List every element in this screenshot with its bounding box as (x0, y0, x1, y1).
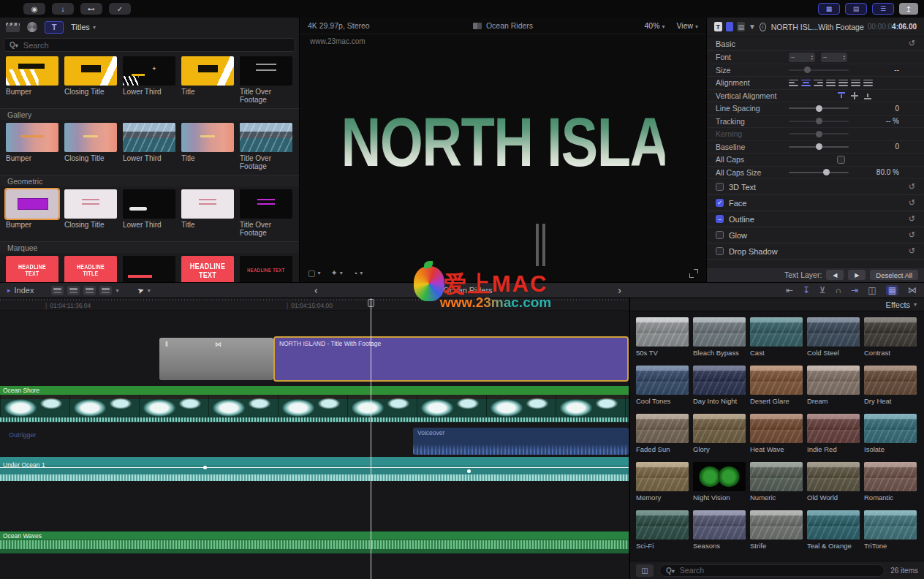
insert-edit-icon[interactable]: ⊻ (819, 285, 826, 295)
effect-item[interactable]: Indie Red (807, 414, 860, 443)
slider-knob[interactable] (804, 67, 811, 73)
clip-appearance-1-button[interactable] (51, 286, 64, 295)
align-justify-4-icon[interactable] (863, 80, 873, 86)
titles-item-thumbnail[interactable] (123, 56, 175, 86)
slider-knob[interactable] (823, 169, 830, 175)
titles-item-thumbnail[interactable] (6, 123, 58, 152)
effect-item[interactable]: Dream (807, 366, 860, 395)
share-button[interactable]: ↥ (899, 3, 918, 15)
slider-track[interactable] (789, 133, 849, 135)
effect-thumbnail[interactable] (750, 317, 803, 347)
titles-item[interactable]: Lower Third (123, 123, 175, 170)
effect-item[interactable]: Cast (750, 317, 803, 347)
align-center-icon[interactable] (801, 80, 811, 86)
effect-item[interactable]: 50s TV (636, 317, 689, 347)
valign-middle-icon[interactable] (850, 92, 859, 99)
effect-thumbnail[interactable] (750, 414, 803, 443)
viewer-view-selector[interactable]: View ▾ (676, 21, 698, 30)
titles-item[interactable]: Bumper (6, 189, 58, 237)
under-ocean-clip[interactable]: Under Ocean 1 (0, 457, 629, 481)
titles-item-thumbnail[interactable]: HEADLINE TEXT (181, 256, 234, 282)
effects-browser-icon[interactable]: ▦ (886, 285, 898, 295)
effect-thumbnail[interactable] (807, 510, 860, 540)
align-justify-1-icon[interactable] (826, 80, 836, 86)
effect-thumbnail[interactable] (636, 317, 689, 347)
media-browser-icon[interactable]: ◫ (868, 285, 876, 295)
titles-item-thumbnail[interactable]: HEADLINE TITLE (64, 256, 117, 282)
controls-view-button[interactable]: ☰ (872, 3, 894, 15)
align-justify-3-icon[interactable] (851, 80, 860, 86)
titles-item-thumbnail[interactable] (6, 189, 58, 219)
align-right-icon[interactable] (814, 80, 823, 86)
effect-item[interactable]: Strife (750, 510, 803, 540)
effect-thumbnail[interactable] (750, 462, 803, 491)
grid-view-button[interactable]: ▦ (818, 3, 840, 15)
title-clip-selected[interactable]: NORTH ISLAND - Title With Footage (273, 336, 629, 382)
titles-item-thumbnail[interactable] (181, 56, 234, 86)
effect-item[interactable]: Sci-Fi (636, 510, 689, 540)
effect-item[interactable]: Contrast (864, 317, 917, 347)
effect-item[interactable]: Heat Wave (750, 414, 803, 443)
titles-item[interactable]: Closing Title (64, 123, 117, 170)
clip-appearance-2-button[interactable] (67, 286, 80, 295)
glow-checkbox[interactable] (716, 231, 724, 239)
valign-bottom-icon[interactable] (863, 92, 872, 99)
info-inspector-tab[interactable]: i (760, 23, 766, 31)
outline-checkbox[interactable]: – (716, 215, 724, 223)
titles-item-thumbnail[interactable] (123, 123, 175, 152)
titles-item[interactable]: Lower Third (123, 256, 175, 282)
reset-icon[interactable]: ↺ (909, 230, 915, 240)
titles-item-thumbnail[interactable] (181, 123, 234, 152)
effect-item[interactable]: Day Into Night (693, 366, 746, 395)
voiceover-clip[interactable]: Voiceover (413, 428, 629, 455)
video-inspector-tab[interactable]: ▤ (737, 22, 745, 31)
deselect-all-button[interactable]: Deselect All (870, 270, 918, 280)
reset-icon[interactable]: ↺ (909, 214, 915, 224)
enhance-tool-button[interactable]: ✦▾ (330, 268, 342, 278)
reset-icon[interactable]: ↺ (909, 182, 915, 192)
effect-item[interactable]: Faded Sun (636, 414, 689, 443)
titles-item-thumbnail[interactable]: HEADLINE TEXT (240, 256, 292, 282)
titles-search-input[interactable] (22, 40, 260, 50)
effect-item[interactable]: Old World (807, 462, 860, 491)
browser-tool-selector[interactable]: Titles ▾ (71, 23, 96, 31)
effect-thumbnail[interactable] (693, 462, 746, 491)
effect-thumbnail[interactable] (693, 366, 746, 395)
titles-item[interactable]: Closing Title (64, 56, 117, 104)
clip-appearance-3-button[interactable] (83, 286, 96, 295)
effects-search-input[interactable] (678, 565, 848, 575)
effect-item[interactable]: Desert Glare (750, 366, 803, 395)
titles-item[interactable]: HEADLINE TITLEClosing Title (64, 256, 117, 282)
titles-item-thumbnail[interactable] (123, 189, 175, 219)
effect-thumbnail[interactable] (864, 462, 917, 491)
effect-item[interactable]: Dry Heat (864, 366, 917, 395)
playhead[interactable] (371, 298, 371, 579)
titles-item-thumbnail[interactable] (64, 123, 117, 152)
effect-thumbnail[interactable] (693, 317, 746, 347)
face-checkbox[interactable]: ✓ (716, 199, 724, 207)
slider-track[interactable] (789, 69, 849, 71)
chevron-down-icon[interactable]: ▾ (116, 287, 118, 294)
effect-thumbnail[interactable] (750, 510, 803, 540)
effect-thumbnail[interactable] (807, 366, 860, 395)
effect-item[interactable]: Glory (693, 414, 746, 443)
titles-item-thumbnail[interactable] (240, 56, 292, 86)
keyframe-dot[interactable] (467, 469, 471, 473)
effect-item[interactable]: Cool Tones (636, 366, 689, 395)
reset-icon[interactable]: ↺ (909, 198, 915, 208)
append-edit-icon[interactable]: ⇥ (851, 285, 858, 295)
effect-thumbnail[interactable] (693, 414, 746, 443)
record-button[interactable]: ◉ (23, 3, 45, 15)
effect-item[interactable]: Cold Steel (807, 317, 860, 347)
effect-item[interactable]: Romantic (864, 462, 917, 491)
slider-track[interactable] (789, 107, 849, 109)
titles-item[interactable]: Title (181, 123, 234, 170)
titles-item-thumbnail[interactable] (240, 123, 292, 152)
import-button[interactable]: ↓ (52, 3, 74, 15)
title-inspector-tab[interactable] (726, 22, 734, 31)
titles-item[interactable]: Title Over Footage (240, 189, 292, 237)
slider-track[interactable] (789, 146, 849, 148)
text-inspector-tab[interactable]: T (714, 22, 722, 31)
trim-tool-icon[interactable]: ⇤ (786, 285, 793, 295)
effect-item[interactable]: Memory (636, 462, 689, 491)
